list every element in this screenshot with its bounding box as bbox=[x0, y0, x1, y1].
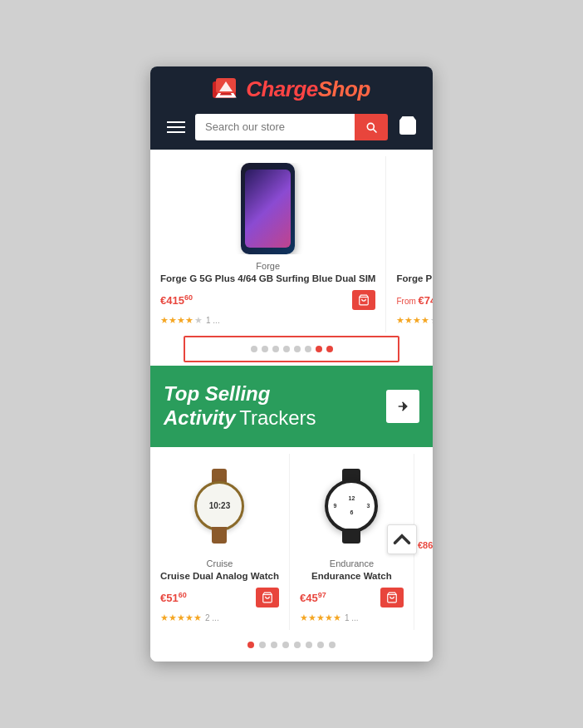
cart-add-icon bbox=[358, 294, 370, 306]
carousel-dots bbox=[184, 336, 399, 362]
brand-label: Forge bbox=[160, 261, 375, 271]
page-dot-5 bbox=[294, 642, 301, 648]
tracker-card-partial: €86 bbox=[414, 454, 433, 630]
trackers-section: 10:23 Cruise Cruise Dual Analog Watch €5… bbox=[150, 447, 433, 630]
search-input[interactable] bbox=[195, 114, 355, 140]
tracker-card-2: 12 93 6 Endurance Endurance Watch bbox=[290, 454, 414, 630]
add-to-cart-tracker-1[interactable] bbox=[256, 588, 279, 607]
product-card-2: Forge Forge Phone 14 128GB Starlight Fro… bbox=[386, 156, 433, 332]
product-row: Forge Forge G 5G Plus 4/64 GB Surfing Bl… bbox=[150, 156, 433, 332]
logo-italic: Shop bbox=[318, 76, 370, 101]
logo-icon bbox=[213, 78, 239, 101]
tracker-name-1: Cruise Dual Analog Watch bbox=[160, 570, 279, 583]
dot-5 bbox=[294, 346, 301, 352]
arrow-right-icon bbox=[396, 400, 409, 413]
tracker-stars-2: ★★★★★ 1 ... bbox=[300, 612, 404, 623]
dot-2 bbox=[262, 346, 268, 352]
product-image-1 bbox=[231, 163, 306, 254]
product-image-2 bbox=[432, 163, 433, 254]
product-name: Forge G 5G Plus 4/64 GB Surfing Blue Dua… bbox=[160, 273, 375, 285]
cart-icon-tracker-2 bbox=[386, 592, 398, 603]
dot-6 bbox=[305, 346, 311, 352]
add-to-cart-button-1[interactable] bbox=[352, 290, 375, 310]
logo-area: ChargeShop bbox=[164, 76, 419, 102]
dot-4 bbox=[283, 346, 290, 352]
tracker-price-partial: €86 bbox=[418, 540, 433, 550]
page-dot-7 bbox=[317, 642, 324, 648]
tracker-card-1: 10:23 Cruise Cruise Dual Analog Watch €5… bbox=[150, 454, 290, 630]
tracker-price-1: €5160 bbox=[160, 591, 187, 604]
add-to-cart-tracker-2[interactable] bbox=[380, 588, 404, 607]
page-dots bbox=[150, 630, 433, 662]
page-dot-8 bbox=[329, 642, 336, 648]
dot-7 bbox=[316, 346, 322, 352]
dot-8 bbox=[326, 346, 333, 352]
product-card: Forge Forge G 5G Plus 4/64 GB Surfing Bl… bbox=[150, 156, 386, 332]
product-name-2: Forge Phone 14 128GB Starlight bbox=[396, 273, 433, 285]
back-to-top-button[interactable] bbox=[387, 524, 417, 554]
banner-text: Top Selling Activity Trackers bbox=[164, 382, 316, 430]
product-carousel: Forge Forge G 5G Plus 4/64 GB Surfing Bl… bbox=[150, 150, 433, 332]
page-dot-2 bbox=[259, 642, 266, 648]
banner-line2: Activity Trackers bbox=[164, 406, 316, 430]
nav-bar bbox=[164, 112, 419, 141]
tracker-image-1: 10:23 bbox=[174, 460, 265, 552]
tracker-review-1: 2 ... bbox=[205, 613, 219, 622]
tracker-review-2: 1 ... bbox=[345, 613, 359, 622]
banner-line1: Top Selling bbox=[164, 382, 316, 406]
chevron-up-icon bbox=[388, 525, 416, 553]
price-2: From €74010 bbox=[396, 293, 433, 307]
stars-2: ★★★★★ 1 ... bbox=[396, 315, 433, 326]
logo-bold: Charge bbox=[246, 76, 318, 101]
header: ChargeShop bbox=[150, 66, 433, 150]
banner-arrow-button[interactable] bbox=[386, 390, 419, 423]
tracker-brand-2: Endurance bbox=[300, 558, 404, 568]
watch-brown-illustration: 10:23 bbox=[186, 469, 252, 544]
brand-label-2: Forge bbox=[396, 261, 433, 271]
top-selling-banner: Top Selling Activity Trackers bbox=[150, 366, 433, 447]
tracker-price-row-1: €5160 bbox=[160, 588, 279, 607]
phone-frame: ChargeShop bbox=[150, 66, 433, 661]
tracker-image-2: 12 93 6 bbox=[306, 460, 397, 552]
tracker-row: 10:23 Cruise Cruise Dual Analog Watch €5… bbox=[150, 454, 433, 630]
search-icon bbox=[365, 121, 378, 134]
page-dot-4 bbox=[282, 642, 289, 648]
tracker-price-2: €4597 bbox=[300, 591, 326, 604]
price: €41560 bbox=[160, 293, 193, 307]
tracker-stars-1: ★★★★★ 2 ... bbox=[160, 612, 279, 623]
dot-1 bbox=[251, 346, 257, 352]
search-container bbox=[195, 114, 388, 140]
dot-3 bbox=[272, 346, 279, 352]
price-row: €41560 bbox=[160, 290, 375, 310]
phone-dark-illustration bbox=[241, 163, 295, 254]
cart-icon bbox=[398, 116, 418, 135]
page-dot-1 bbox=[247, 642, 254, 648]
cart-button[interactable] bbox=[394, 112, 421, 141]
menu-button[interactable] bbox=[164, 118, 189, 136]
stars-1: ★★★★★ 1 ... bbox=[160, 315, 375, 326]
review-count-1: 1 ... bbox=[206, 316, 220, 325]
tracker-brand-1: Cruise bbox=[160, 558, 279, 568]
page-dot-3 bbox=[271, 642, 277, 648]
logo-text: ChargeShop bbox=[246, 76, 370, 102]
page-dot-6 bbox=[306, 642, 312, 648]
price-row-2: From €74010 bbox=[396, 290, 433, 310]
tracker-price-row-2: €4597 bbox=[300, 588, 404, 607]
tracker-name-2: Endurance Watch bbox=[300, 570, 404, 583]
banner-bold-word: Activity bbox=[164, 406, 236, 429]
watch-black-illustration: 12 93 6 bbox=[314, 469, 389, 544]
search-button[interactable] bbox=[355, 114, 388, 140]
cart-icon-tracker-1 bbox=[262, 592, 273, 603]
banner-trackers: Trackers bbox=[239, 406, 316, 429]
